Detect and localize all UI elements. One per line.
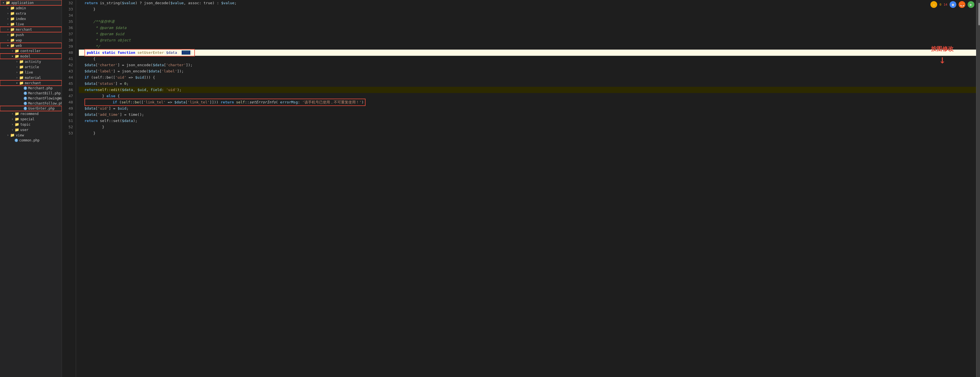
code-line-35: /**保存申请 [79,19,976,25]
line-num-53: 53 [62,130,73,136]
code-line-33: } [79,6,976,13]
folder-icon: 📁 [10,22,14,26]
folder-icon: 📁 [14,122,19,126]
expand-arrow: › [14,76,19,79]
firefox-icon[interactable]: 🦊 [959,1,966,8]
line-num-38: 38 [62,37,73,43]
top-right-icons: ⚠ 0 14 ● 🦊 ▶ [931,1,974,8]
editor-area: ⚠ 0 14 ● 🦊 ▶ 323334353637383940414243444… [62,0,980,377]
tree-item-user[interactable]: ›📁user [0,127,62,133]
line-num-52: 52 [62,124,73,130]
run-icon[interactable]: ▶ [967,1,974,8]
expand-arrow: › [6,38,10,42]
line-num-37: 37 [62,31,73,37]
annotation-text: 按图修改 [931,45,953,53]
code-line-46: return self::edit($data, $uid, field: 'u… [79,87,976,93]
tree-label: merchant [16,28,32,32]
tree-label: special [20,117,35,121]
code-line-48: if (self::be(['link_tel' => $data['link_… [79,99,976,105]
code-line-45: $data['status'] = 0; [79,81,976,87]
expand-arrow: › [10,112,14,115]
folder-icon: 📁 [6,0,10,5]
tree-item-merchant-model[interactable]: ▾📁merchant [0,80,62,86]
tree-item-userenter-php[interactable]: CUserEnter.php [0,106,62,111]
line-num-33: 33 [62,6,73,13]
folder-icon: 📁 [10,38,14,42]
tree-item-view[interactable]: ›📁view [0,133,62,138]
tree-item-article[interactable]: ›📁article [0,64,62,70]
folder-icon: 📁 [10,17,14,21]
tree-item-web[interactable]: ▾📁web [0,43,62,48]
expand-arrow: ▾ [10,55,14,58]
tree-item-material[interactable]: ›📁material [0,75,62,80]
tree-label: live [16,22,24,26]
tree-item-merchant-top[interactable]: ›📁merchant [0,27,62,32]
tree-item-extra[interactable]: ›📁extra [0,11,62,16]
annotation-arrow: ↓ [939,54,946,65]
chrome-icon[interactable]: ● [950,1,956,8]
line-num-47: 47 [62,93,73,99]
tree-item-index[interactable]: ›📁index [0,16,62,21]
line-num-41: 41 [62,56,73,62]
tree-item-merchantflowing-php[interactable]: CMerchantFlowingWate [0,96,62,101]
tree-item-live[interactable]: ›📁live [0,21,62,27]
tree-item-common-php[interactable]: Ccommon.php [0,138,62,143]
code-area[interactable]: return is_string($value) ? json_decode($… [76,0,976,377]
expand-arrow: › [6,17,10,20]
code-line-42: $data['charter'] = json_encode($data['ch… [79,62,976,68]
tree-label: material [25,76,41,80]
right-scrollbar[interactable] [976,0,980,377]
file-icon: C [24,107,27,110]
expand-arrow: › [14,60,19,63]
code-content: if (self::be(['link_tel' => $data['link_… [84,99,366,106]
folder-icon: 📁 [10,43,14,48]
tree-item-model[interactable]: ▾📁model [0,54,62,59]
expand-arrow: › [14,65,19,69]
tree-item-merchant-php[interactable]: CMerchant.php [0,86,62,91]
folder-icon: 📁 [19,59,24,64]
folder-icon: 📁 [14,128,19,132]
code-line-38: * @return object [79,37,976,43]
code-content: public static function setUserEnter($dat… [84,49,195,56]
expand-arrow: › [10,118,14,121]
line-num-49: 49 [62,105,73,112]
code-line-53: } [79,130,976,136]
warning-count: 0 [939,3,942,6]
code-line-52: } [79,124,976,130]
code-line-51: return self::set($data); [79,118,976,124]
tree-item-topic[interactable]: ›📁topic [0,122,62,127]
warning-icon[interactable]: ⚠ [931,1,937,8]
tree-item-admin[interactable]: ›📁admin [0,5,62,11]
tree-item-push[interactable]: ›📁push [0,32,62,37]
line-num-50: 50 [62,112,73,118]
file-icon: C [24,86,27,90]
tree-item-wap[interactable]: ›📁wap [0,37,62,43]
expand-arrow: › [6,28,10,31]
folder-icon: 📁 [10,33,14,37]
folder-icon: 📁 [19,70,24,74]
code-line-37: * @param $uid [79,31,976,37]
tree-item-merchantbill-php[interactable]: CMerchantBill.php [0,91,62,96]
line-num-35: 35 [62,19,73,25]
tree-label: MerchantBill.php [28,91,61,95]
tree-label: view [16,133,24,137]
tree-item-application[interactable]: ▾📁application [0,0,62,5]
annotation: 按图修改 ↓ [931,45,953,65]
tree-item-controller[interactable]: ›📁controller [0,48,62,54]
tree-item-merchantfollow-php[interactable]: CMerchantFollow.php [0,101,62,106]
code-line-49: $data['uid'] = $uid; [79,105,976,112]
tree-label: controller [20,49,41,53]
line-num-32: 32 [62,0,73,6]
code-line-32: return is_string($value) ? json_decode($… [79,0,976,6]
tree-label: activity [25,60,41,64]
tree-label: MerchantFollow.php [28,101,62,105]
tree-label: topic [20,123,30,126]
expand-arrow: ▾ [6,44,10,47]
scrollbar-thumb[interactable] [978,3,980,26]
tree-item-live2[interactable]: ›📁live [0,70,62,75]
tree-item-activity[interactable]: ›📁activity [0,59,62,64]
tree-item-special[interactable]: ›📁special [0,117,62,122]
line-numbers: 3233343536373839404142434445464748495051… [62,0,76,377]
code-line-43: $data['label'] = json_encode($data['labe… [79,68,976,74]
tree-item-recommend[interactable]: ›📁recommend [0,111,62,117]
